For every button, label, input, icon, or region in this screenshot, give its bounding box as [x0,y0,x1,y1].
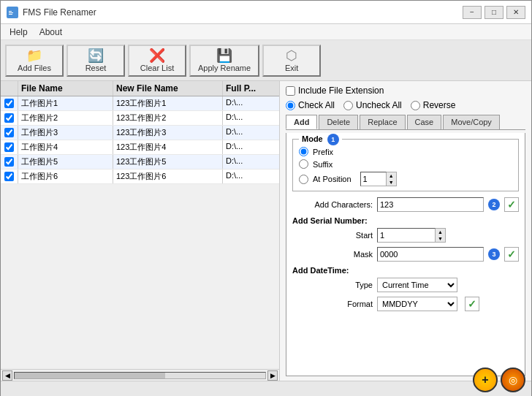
right-panel: Include File Extension Check All Uncheck… [280,81,531,381]
exit-icon: ⬡ [286,49,297,62]
header-filename: File Name [18,81,113,96]
start-spinbox: ▲ ▼ [377,228,446,243]
scroll-right-button[interactable]: ▶ [267,370,278,381]
include-extension-row: Include File Extension [286,85,525,96]
window-title: FMS File Renamer [23,7,463,18]
scroll-thumb [15,373,165,378]
row-check[interactable] [1,155,18,169]
title-bar: FMS File Renamer − □ ✕ [1,1,531,24]
app-icon [7,7,18,18]
mask-row: Mask 3 ✓ [292,247,519,262]
selection-controls-row: Check All Uncheck All Reverse [286,100,525,110]
header-check [1,81,18,96]
position-input[interactable]: 1 [360,172,387,186]
position-spin-arrows: ▲ ▼ [387,172,397,186]
window-controls: − □ ✕ [463,6,525,19]
scroll-track[interactable] [14,372,266,379]
restore-button[interactable]: □ [484,6,503,19]
format-confirm-button[interactable]: ✓ [465,297,479,311]
row-check[interactable] [1,96,18,110]
start-spin-down[interactable]: ▼ [436,235,445,242]
add-characters-confirm-button[interactable]: ✓ [504,197,519,212]
row-check[interactable] [1,126,18,140]
uncheck-all-option[interactable]: Uncheck All [343,100,402,110]
reset-button[interactable]: 🔄 Reset [66,45,125,77]
toolbar: 📁 Add Files 🔄 Reset ❌ Clear List 💾 Apply… [1,40,531,81]
table-row: 工作图片2 123工作图片2 D:\... [1,111,279,126]
row-fullpath: D:\... [223,111,279,125]
start-label: Start [292,231,373,240]
format-select[interactable]: MMDDYY YYMMDD DDMMYY [377,297,457,311]
tab-case[interactable]: Case [407,115,442,129]
exit-button[interactable]: ⬡ Exit [262,45,321,77]
type-label: Type [292,281,373,289]
mode-legend: Mode 1 [299,134,342,145]
position-spin-up[interactable]: ▲ [387,172,396,179]
main-area: File Name New File Name Full P... 工作图片1 … [1,81,531,381]
reverse-option[interactable]: Reverse [411,100,456,110]
position-spinbox: 1 ▲ ▼ [360,172,397,186]
badge-one: 1 [327,134,339,145]
row-filename: 工作图片6 [18,170,113,183]
row-check[interactable] [1,111,18,125]
row-check[interactable] [1,170,18,183]
table-row: 工作图片3 123工作图片3 D:\... [1,126,279,140]
row-filename: 工作图片4 [18,140,113,154]
row-fullpath: D:\... [223,96,279,110]
include-extension-checkbox[interactable] [286,86,295,96]
start-input[interactable] [377,228,436,243]
horizontal-scrollbar[interactable]: ◀ ▶ [1,369,279,381]
add-files-button[interactable]: 📁 Add Files [5,45,64,77]
mode-suffix-option[interactable]: Suffix [299,159,512,169]
add-serial-label: Add Serial Number: [292,216,519,225]
start-spin-up[interactable]: ▲ [436,229,445,235]
position-spin-down[interactable]: ▼ [387,179,396,186]
tab-content-add: Mode 1 Prefix Suffix [286,133,525,376]
row-fullpath: D:\... [223,140,279,154]
table-row: 工作图片6 123工作图片6 D:\... [1,170,279,184]
table-row: 工作图片5 123工作图片5 D:\... [1,155,279,170]
type-select[interactable]: Current Time File Created File Modified [377,278,457,292]
row-filename: 工作图片5 [18,155,113,169]
row-newname: 123工作图片3 [113,126,223,140]
table-row: 工作图片1 123工作图片1 D:\... [1,96,279,111]
mask-confirm-button[interactable]: ✓ [504,247,519,262]
tab-movecopy[interactable]: Move/Copy [443,115,500,129]
mask-label: Mask [292,250,373,259]
menu-help[interactable]: Help [4,26,34,39]
start-row: Start ▲ ▼ [292,228,519,243]
close-button[interactable]: ✕ [506,6,525,19]
row-fullpath: D:\... [223,170,279,183]
mask-input[interactable] [377,247,484,262]
menu-bar: Help About [1,24,531,40]
folder-icon: 📁 [26,49,42,62]
check-all-option[interactable]: Check All [286,100,335,110]
mode-prefix-option[interactable]: Prefix [299,147,512,156]
badge-three: 3 [488,248,500,260]
format-label: Format [292,300,373,308]
watermark-circle2: ◎ [501,368,525,392]
row-check[interactable] [1,140,18,154]
apply-rename-button[interactable]: 💾 Apply Rename [189,45,259,77]
tab-delete[interactable]: Delete [319,115,358,129]
svg-rect-2 [9,11,12,12]
scroll-left-button[interactable]: ◀ [2,370,12,381]
add-datetime-label: Add DateTime: [292,266,519,275]
file-rows: 工作图片1 123工作图片1 D:\... 工作图片2 123工作图片2 D:\… [1,96,279,184]
header-newname: New File Name [113,81,223,96]
tab-add[interactable]: Add [286,115,317,129]
table-row: 工作图片4 123工作图片4 D:\... [1,140,279,155]
table-header: File Name New File Name Full P... [1,81,279,96]
add-characters-row: Add Characters: 2 ✓ [292,197,519,212]
mode-group: Mode 1 Prefix Suffix [292,139,519,191]
tab-replace[interactable]: Replace [360,115,405,129]
row-fullpath: D:\... [223,155,279,169]
minimize-button[interactable]: − [463,6,482,19]
clear-list-button[interactable]: ❌ Clear List [128,45,186,77]
menu-about[interactable]: About [34,26,68,39]
file-list-panel: File Name New File Name Full P... 工作图片1 … [1,81,280,381]
add-characters-input[interactable] [377,197,484,212]
watermark: + ◎ [473,368,525,392]
row-filename: 工作图片2 [18,111,113,125]
svg-rect-1 [10,8,13,10]
